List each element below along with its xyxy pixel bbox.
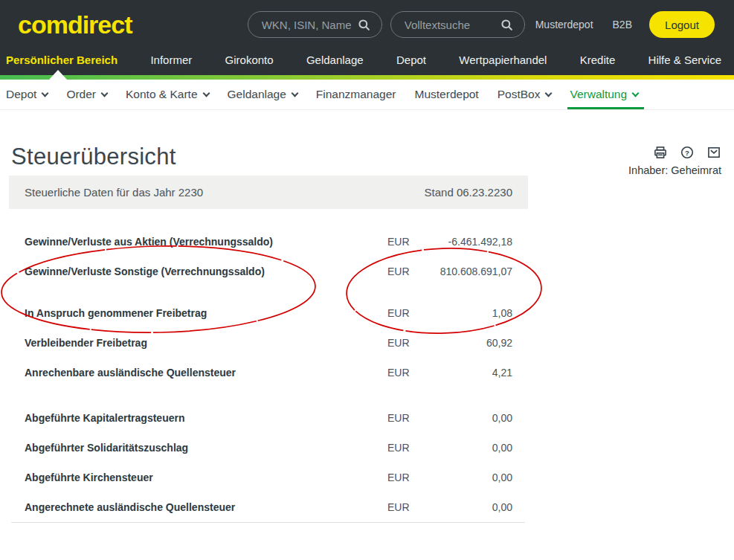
subnav-konto-karte[interactable]: Konto & Karte (126, 80, 209, 109)
print-icon[interactable] (653, 145, 668, 160)
page-action-icons: ? (653, 145, 721, 160)
account-owner: Inhaber:Geheimrat (628, 164, 721, 176)
row-value: 0,00 (428, 442, 512, 454)
tax-overview-table: Steuerliche Daten für das Jahr 2230 Stan… (9, 176, 528, 523)
table-bottom-divider (11, 522, 525, 523)
row-value: 0,00 (428, 472, 512, 483)
row-currency: EUR (387, 236, 428, 248)
row-value: 4,21 (428, 367, 512, 379)
page-title: Steuerübersicht (11, 144, 628, 170)
chevron-down-icon (101, 89, 109, 97)
row-currency: EUR (387, 412, 428, 424)
mail-icon[interactable] (706, 145, 721, 160)
subnav-order-label: Order (66, 88, 96, 101)
subnav-postbox[interactable]: PostBox (498, 80, 552, 109)
page-header-tools: ? Inhaber:Geheimrat (628, 144, 721, 176)
nav-informer[interactable]: Informer (150, 54, 192, 66)
subnav-order[interactable]: Order (66, 80, 107, 109)
row-value: 60,92 (428, 337, 512, 349)
table-row: Abgeführter Solidaritätszuschlag EUR 0,0… (9, 433, 528, 463)
search-icon[interactable] (500, 18, 514, 32)
subnav-finanzmanager-label: Finanzmanager (316, 88, 396, 101)
subnav-finanzmanager[interactable]: Finanzmanager (316, 80, 396, 109)
subnav-musterdepot[interactable]: Musterdepot (415, 80, 479, 109)
wkn-search-box[interactable] (248, 11, 382, 38)
row-label: Abgeführter Solidaritätszuschlag (25, 442, 387, 454)
subnav-depot[interactable]: Depot (6, 80, 48, 109)
table-row: Abgeführte Kirchensteuer EUR 0,00 (9, 463, 528, 492)
chevron-down-icon (202, 89, 210, 97)
subnav-musterdepot-label: Musterdepot (415, 88, 479, 101)
musterdepot-link[interactable]: Musterdepot (535, 19, 593, 30)
row-value: 1,08 (428, 307, 512, 319)
row-value: 0,00 (428, 412, 512, 424)
table-row: Angerechnete ausländische Quellensteuer … (9, 492, 528, 522)
nav-hilfe-service[interactable]: Hilfe & Service (648, 54, 721, 66)
subnav-geldanlage-label: Geldanlage (228, 88, 286, 101)
subnav-konto-karte-label: Konto & Karte (126, 88, 198, 101)
comdirect-logo[interactable]: comdirect (18, 12, 132, 37)
row-label: Gewinne/Verluste aus Aktien (Verrechnung… (25, 236, 387, 248)
wkn-search-input[interactable] (262, 19, 351, 31)
svg-text:?: ? (685, 149, 689, 157)
table-row: Anrechenbare ausländische Quellensteuer … (9, 358, 528, 387)
active-tab-notch (49, 70, 67, 80)
fulltext-search-input[interactable] (405, 19, 494, 31)
owner-name: Geheimrat (671, 164, 721, 176)
logout-button[interactable]: Logout (649, 11, 715, 38)
table-row: Verbleibender Freibetrag EUR 60,92 (9, 328, 528, 358)
fulltext-search-box[interactable] (390, 11, 525, 38)
top-header: comdirect Musterdepot B2B Logout Persönl… (0, 0, 734, 75)
b2b-link[interactable]: B2B (613, 19, 632, 30)
sub-navigation: Depot Order Konto & Karte Geldanlage Fin… (0, 80, 734, 110)
row-currency: EUR (387, 367, 428, 379)
table-row: Abgeführte Kapitalertragsteuern EUR 0,00 (9, 403, 528, 433)
table-header-title: Steuerliche Daten für das Jahr 2230 (25, 186, 203, 199)
table-header-band: Steuerliche Daten für das Jahr 2230 Stan… (9, 176, 528, 209)
page-header: Steuerübersicht ? Inhaber:Geheimrat (0, 110, 734, 176)
row-label: Anrechenbare ausländische Quellensteuer (25, 367, 387, 379)
chevron-down-icon (291, 89, 298, 97)
row-label: Angerechnete ausländische Quellensteuer (25, 501, 387, 513)
row-label: Abgeführte Kapitalertragsteuern (25, 412, 387, 424)
subnav-verwaltung-label: Verwaltung (570, 88, 627, 101)
table-row: In Anspruch genommener Freibetrag EUR 1,… (9, 298, 528, 328)
chevron-down-icon (42, 89, 49, 97)
subnav-verwaltung[interactable]: Verwaltung (570, 80, 638, 109)
nav-girokonto[interactable]: Girokonto (225, 54, 274, 66)
row-currency: EUR (387, 307, 428, 319)
row-label: Verbleibender Freibetrag (25, 337, 387, 349)
row-currency: EUR (387, 501, 428, 513)
nav-depot[interactable]: Depot (396, 54, 426, 66)
top-bar: comdirect Musterdepot B2B Logout (0, 0, 734, 49)
row-value: -6.461.492,18 (428, 236, 512, 248)
table-row: Gewinne/Verluste Sonstige (Verrechnungss… (9, 257, 528, 286)
chevron-down-icon (632, 89, 640, 97)
row-label: Gewinne/Verluste Sonstige (Verrechnungss… (25, 265, 387, 277)
search-icon[interactable] (357, 18, 371, 32)
row-value: 0,00 (428, 501, 512, 513)
owner-label: Inhaber: (628, 164, 668, 176)
help-icon[interactable]: ? (680, 145, 695, 160)
table-header-date: Stand 06.23.2230 (425, 186, 512, 199)
row-currency: EUR (387, 265, 428, 277)
main-navigation: Persönlicher Bereich Informer Girokonto … (0, 49, 734, 75)
nav-kredite[interactable]: Kredite (580, 54, 616, 66)
row-label: In Anspruch genommener Freibetrag (25, 307, 387, 319)
row-currency: EUR (387, 337, 428, 349)
nav-geldanlage[interactable]: Geldanlage (306, 54, 364, 66)
subnav-geldanlage[interactable]: Geldanlage (228, 80, 297, 109)
nav-wertpapierhandel[interactable]: Wertpapierhandel (459, 54, 547, 66)
row-value: 810.608.691,07 (428, 265, 512, 277)
subnav-postbox-label: PostBox (498, 88, 541, 101)
chevron-down-icon (545, 89, 553, 97)
nav-persoenlicher-bereich[interactable]: Persönlicher Bereich (6, 54, 117, 66)
table-row: Gewinne/Verluste aus Aktien (Verrechnung… (9, 227, 528, 257)
row-currency: EUR (387, 442, 428, 454)
row-label: Abgeführte Kirchensteuer (25, 472, 387, 483)
subnav-depot-label: Depot (6, 88, 36, 101)
row-currency: EUR (387, 472, 428, 483)
